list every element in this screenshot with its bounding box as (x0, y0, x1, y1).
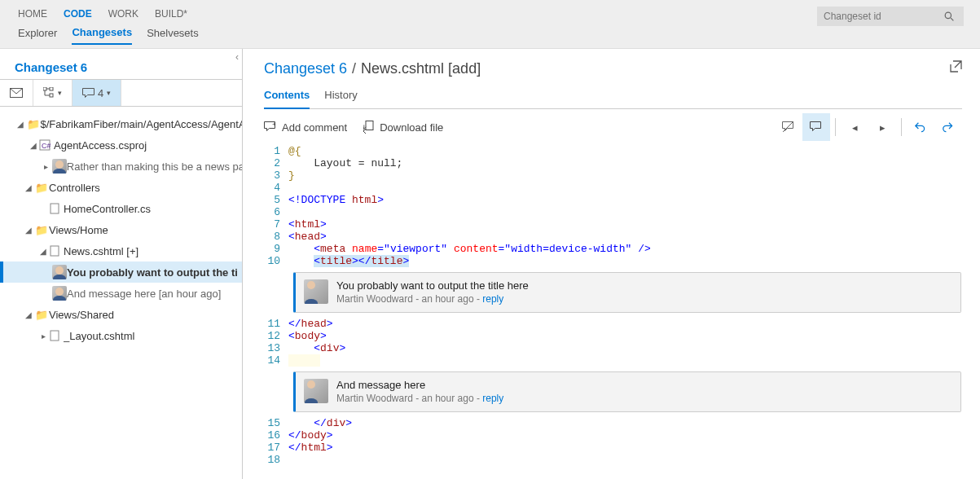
tree-file-news[interactable]: ◢ News.cshtml [+] (0, 240, 242, 261)
avatar-icon (52, 286, 67, 301)
comment-author: Martin Woodward (336, 393, 413, 404)
discussion-on-icon[interactable] (802, 113, 830, 141)
tree-folder-viewsshared[interactable]: ◢📁 Views/Shared (0, 304, 242, 325)
tree-folder-controllers[interactable]: ◢📁 Controllers (0, 177, 242, 198)
left-panel: ‹ Changeset 6 ▾ 4 ▾ ◢📁 $/FabrikamFiber/m… (0, 49, 243, 479)
redo-icon[interactable] (934, 113, 962, 141)
tree-comment-selected[interactable]: You probably want to output the ti (0, 261, 242, 283)
svg-text:C#: C# (42, 142, 51, 150)
tab-contents[interactable]: Contents (264, 84, 310, 109)
comment-author: Martin Woodward (336, 293, 413, 305)
avatar-icon (304, 379, 328, 403)
discussion-off-icon[interactable] (775, 113, 802, 141)
content-tabs: Contents History (264, 84, 962, 109)
svg-rect-5 (50, 94, 53, 97)
undo-icon[interactable] (907, 113, 934, 141)
svg-rect-12 (366, 121, 373, 130)
subnav-changesets[interactable]: Changesets (72, 26, 132, 45)
prev-icon[interactable]: ◂ (841, 113, 868, 141)
add-comment-button[interactable]: + Add comment (264, 121, 347, 134)
code-viewer[interactable]: 1@{ 2 Layout = null; 3} 4 5<!DOCTYPE htm… (264, 145, 962, 466)
tree-project[interactable]: ◢ C# AgentAccess.csproj (0, 134, 242, 156)
next-icon[interactable]: ▸ (868, 113, 896, 141)
reply-link[interactable]: reply (482, 393, 503, 404)
svg-rect-4 (50, 87, 53, 90)
content-toolbar: + Add comment Download file ◂ ▸ (264, 109, 962, 145)
search-icon[interactable] (939, 11, 959, 22)
popout-icon[interactable] (950, 60, 962, 73)
comment-count: 4 (98, 87, 103, 99)
panel-toolbar: ▾ 4 ▾ (0, 79, 242, 107)
reply-link[interactable]: reply (482, 293, 503, 305)
svg-line-13 (783, 121, 793, 132)
nav-home[interactable]: HOME (18, 8, 47, 20)
changeset-link[interactable]: Changeset 6 (264, 60, 347, 77)
svg-line-1 (951, 18, 953, 20)
tree-root[interactable]: ◢📁 $/FabrikamFiber/main/AgentAccess/Agen… (0, 113, 242, 134)
top-bar: HOME CODE WORK BUILD* Explorer Changeset… (0, 0, 980, 49)
tree-file-layout[interactable]: ▸ _Layout.cshtml (0, 325, 242, 346)
nav-work[interactable]: WORK (108, 8, 138, 20)
nav-code[interactable]: CODE (64, 8, 92, 20)
comment-age: an hour ago (422, 293, 474, 305)
svg-rect-8 (51, 204, 59, 213)
tab-history[interactable]: History (324, 84, 357, 108)
comment-text: And message here (336, 379, 503, 391)
tree-comment-row[interactable]: And message here [an hour ago] (0, 283, 242, 304)
comments-filter-button[interactable]: 4 ▾ (73, 80, 121, 106)
search-box[interactable] (817, 7, 964, 26)
right-panel: Changeset 6 / News.cshtml [add] Contents… (243, 49, 980, 479)
collapse-icon[interactable]: ‹ (235, 51, 239, 63)
panel-title: Changeset 6 (0, 49, 242, 79)
download-button[interactable]: Download file (363, 121, 443, 134)
svg-text:+: + (272, 121, 276, 128)
file-tree: ◢📁 $/FabrikamFiber/main/AgentAccess/Agen… (0, 107, 242, 346)
add-comment-icon: + (264, 121, 277, 133)
tree-view-button[interactable]: ▾ (33, 80, 73, 106)
mail-button[interactable] (0, 80, 33, 106)
svg-rect-3 (43, 87, 46, 90)
comment-age: an hour ago (422, 393, 474, 404)
tree-folder-viewshome[interactable]: ◢📁 Views/Home (0, 219, 242, 240)
svg-rect-10 (51, 331, 59, 341)
search-input[interactable] (817, 11, 939, 22)
avatar-icon (52, 265, 67, 279)
inline-comment[interactable]: And message here Martin Woodward - an ho… (293, 371, 961, 412)
subnav-explorer[interactable]: Explorer (18, 27, 57, 44)
nav-build[interactable]: BUILD* (155, 8, 187, 20)
file-name-label: News.cshtml [add] (361, 60, 481, 77)
subnav-shelvesets[interactable]: Shelvesets (147, 27, 199, 44)
comment-text: You probably want to output the title he… (336, 279, 529, 292)
tree-comment-row[interactable]: ▸ Rather than making this be a news pa (0, 156, 242, 177)
tree-file-homecontroller[interactable]: HomeController.cs (0, 198, 242, 219)
svg-point-0 (945, 12, 951, 18)
content-header: Changeset 6 / News.cshtml [add] (264, 60, 962, 77)
inline-comment[interactable]: You probably want to output the title he… (293, 272, 961, 313)
svg-rect-9 (51, 246, 59, 256)
avatar-icon (304, 279, 328, 304)
download-icon (363, 121, 375, 134)
avatar-icon (52, 159, 67, 174)
